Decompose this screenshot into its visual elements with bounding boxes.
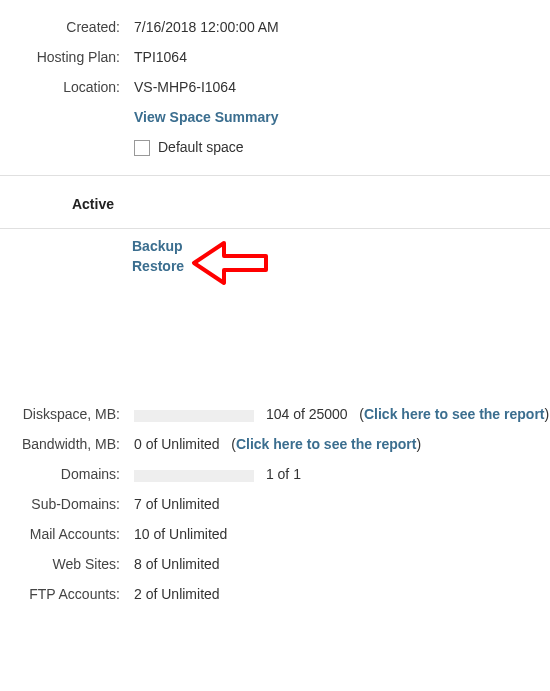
diskspace-bar bbox=[134, 410, 254, 422]
active-status: Active bbox=[0, 196, 114, 212]
mail-accounts-value: 10 of Unlimited bbox=[130, 526, 550, 542]
location-label: Location: bbox=[0, 79, 130, 95]
hosting-plan-label: Hosting Plan: bbox=[0, 49, 130, 65]
default-space-checkbox[interactable] bbox=[134, 140, 150, 156]
domains-label: Domains: bbox=[0, 466, 130, 482]
web-sites-label: Web Sites: bbox=[0, 556, 130, 572]
diskspace-value: 104 of 25000 bbox=[266, 406, 348, 422]
view-space-summary-link[interactable]: View Space Summary bbox=[134, 109, 278, 125]
info-section: Created: 7/16/2018 12:00:00 AM Hosting P… bbox=[0, 0, 550, 176]
diskspace-report-link[interactable]: Click here to see the report bbox=[364, 406, 545, 422]
location-value: VS-MHP6-I1064 bbox=[130, 79, 550, 95]
created-value: 7/16/2018 12:00:00 AM bbox=[130, 19, 550, 35]
backup-section: Backup Restore bbox=[0, 229, 550, 389]
diskspace-label: Diskspace, MB: bbox=[0, 406, 130, 422]
status-section: Active bbox=[0, 176, 550, 229]
created-label: Created: bbox=[0, 19, 130, 35]
bandwidth-report-link[interactable]: Click here to see the report bbox=[236, 436, 417, 452]
subdomains-label: Sub-Domains: bbox=[0, 496, 130, 512]
domains-value: 1 of 1 bbox=[266, 466, 301, 482]
hosting-plan-value: TPI1064 bbox=[130, 49, 550, 65]
arrow-annotation-icon bbox=[188, 239, 278, 289]
subdomains-value: 7 of Unlimited bbox=[130, 496, 550, 512]
domains-bar bbox=[134, 470, 254, 482]
bandwidth-label: Bandwidth, MB: bbox=[0, 436, 130, 452]
web-sites-value: 8 of Unlimited bbox=[130, 556, 550, 572]
ftp-accounts-value: 2 of Unlimited bbox=[130, 586, 550, 602]
bandwidth-value: 0 of Unlimited bbox=[134, 436, 220, 452]
mail-accounts-label: Mail Accounts: bbox=[0, 526, 130, 542]
default-space-label: Default space bbox=[158, 139, 244, 155]
stats-section: Diskspace, MB: 104 of 25000 (Click here … bbox=[0, 389, 550, 609]
ftp-accounts-label: FTP Accounts: bbox=[0, 586, 130, 602]
